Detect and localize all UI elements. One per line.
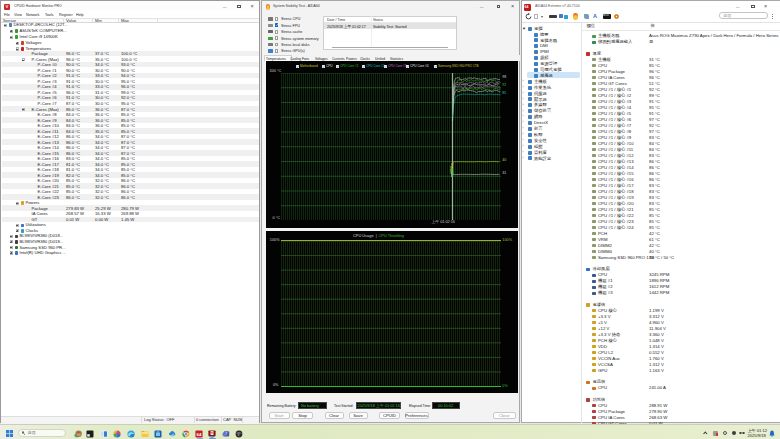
svg-text:64: 64 <box>197 432 202 437</box>
